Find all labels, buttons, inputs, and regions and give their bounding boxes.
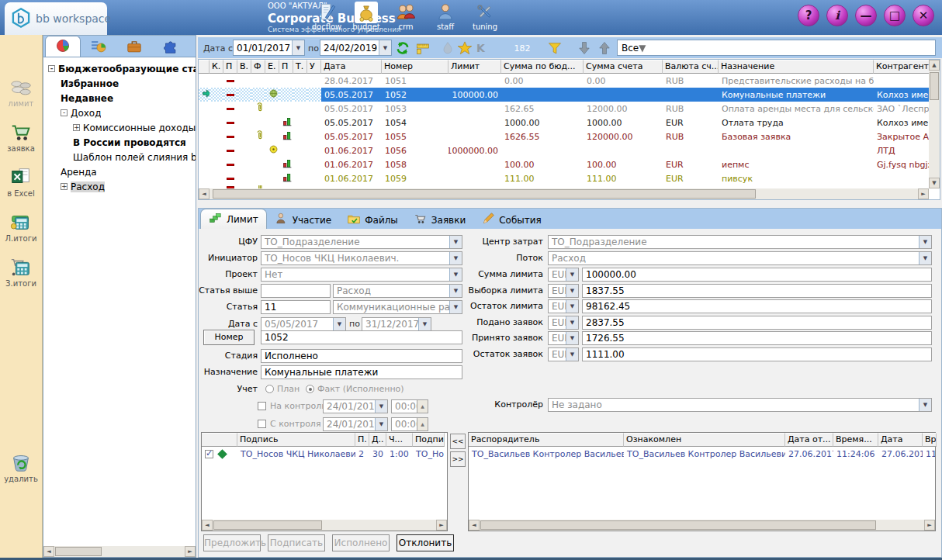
tree-item[interactable]: Шаблон полей слияния bb bbox=[43, 150, 196, 164]
grid-row[interactable]: 28.04.201710510.000.00RUBПредставительск… bbox=[199, 74, 940, 88]
requests-submitted-field[interactable]: 2837.55 bbox=[582, 316, 932, 330]
sidebar-item-6[interactable]: удалить bbox=[4, 451, 38, 483]
refresh-icon[interactable] bbox=[395, 40, 410, 58]
limit-rest-currency-select[interactable]: EUR▼ bbox=[548, 299, 579, 313]
grid-col-Контрагент[interactable]: Контрагент bbox=[874, 60, 930, 74]
scroll-track[interactable] bbox=[480, 520, 924, 531]
tree-tab-3[interactable] bbox=[116, 38, 152, 57]
tree-item[interactable]: В России проводятся bbox=[43, 135, 196, 150]
signatures-col-Подпис[interactable]: Подпис bbox=[413, 433, 445, 447]
signature-row[interactable]: ТО_Носов ЧКЦ Николаевич2301:00ТО_Но bbox=[202, 447, 447, 461]
project-select[interactable]: Нет▼ bbox=[261, 268, 462, 282]
requests-rest-field[interactable]: 1111.00 bbox=[582, 347, 932, 361]
expand-icon[interactable]: + bbox=[61, 183, 68, 190]
from-control-date-select[interactable]: 24/01/2019▼ bbox=[323, 417, 388, 431]
scroll-right-button[interactable] bbox=[924, 520, 935, 531]
signatures-col-П.[interactable]: П. bbox=[355, 433, 369, 447]
limit-rest-field[interactable]: 98162.45 bbox=[582, 299, 932, 313]
approval-row[interactable]: ТО_Васильев Контролер ВасильевичТО_Васил… bbox=[469, 447, 935, 461]
article-above-select[interactable]: Расход▼ bbox=[333, 284, 462, 298]
move-left-button[interactable]: << bbox=[450, 434, 466, 449]
scroll-up-button[interactable] bbox=[929, 60, 940, 71]
date-to-select[interactable]: 24/02/2019▼ bbox=[320, 40, 392, 56]
sidebar-item-3[interactable]: в Excel bbox=[7, 165, 35, 198]
on-control-checkbox[interactable] bbox=[258, 402, 266, 410]
grid-hscrollbar[interactable] bbox=[199, 188, 929, 199]
initiator-select[interactable]: ТО_Носов ЧКЦ Николаевич.▼ bbox=[261, 251, 462, 265]
requests-accepted-currency-select[interactable]: EUR▼ bbox=[548, 331, 579, 345]
grid-row[interactable]: 05.05.201710551626.55120000.00RUBБазовая… bbox=[199, 130, 940, 143]
stage-field[interactable]: Исполнено bbox=[261, 349, 462, 363]
scroll-track[interactable] bbox=[213, 520, 436, 531]
close-button[interactable]: ✕ bbox=[913, 5, 934, 26]
scroll-right-button[interactable] bbox=[185, 546, 196, 557]
chevron-down-icon[interactable]: ▼ bbox=[379, 40, 391, 55]
tree-item[interactable]: +Комиссионные доходы bbox=[43, 120, 196, 135]
tab-Файлы[interactable]: Файлы bbox=[339, 211, 406, 229]
grid-col-Дата[interactable]: Дата bbox=[321, 60, 382, 74]
tree-tab-2[interactable] bbox=[81, 38, 116, 57]
grid-row[interactable]: 05.05.20171052100000.00Комунальные плате… bbox=[199, 88, 940, 102]
tree-hscrollbar[interactable] bbox=[43, 546, 196, 557]
grid-col-П[interactable]: П bbox=[279, 60, 293, 74]
purpose-field[interactable]: Комунальные платежи bbox=[261, 365, 462, 379]
signed-checkbox[interactable] bbox=[205, 450, 213, 458]
grid-col-Сумма по бюд...[interactable]: Сумма по бюд... bbox=[501, 60, 584, 74]
signatures-hscrollbar[interactable] bbox=[202, 520, 447, 531]
action-button-4[interactable]: Отклонить bbox=[397, 534, 454, 551]
tree-tab-4[interactable] bbox=[152, 38, 188, 57]
grid-col-В.[interactable]: В. bbox=[237, 60, 251, 74]
tree-item[interactable]: Избранное bbox=[43, 76, 196, 91]
tab-Участие[interactable]: Участие bbox=[267, 211, 340, 229]
scroll-left-button[interactable] bbox=[469, 520, 480, 531]
cost-center-select[interactable]: ТО_Подразделение▼ bbox=[548, 235, 932, 249]
approvals-col-Распорядитель[interactable]: Распорядитель bbox=[469, 433, 624, 447]
from-control-time-field[interactable]: 00:00▲▼ bbox=[391, 417, 428, 431]
approvals-col-Вр[interactable]: Вр bbox=[923, 433, 937, 447]
grid-col-Лимит[interactable]: Лимит bbox=[448, 60, 501, 74]
grid-col-У[interactable]: У bbox=[307, 60, 321, 74]
grid-col-Ф[interactable]: Ф bbox=[251, 60, 265, 74]
tab-События[interactable]: События bbox=[473, 211, 549, 229]
signatures-col-Подпись[interactable]: Подпись bbox=[237, 433, 355, 447]
signatures-col-Д..[interactable]: Д.. bbox=[369, 433, 386, 447]
module-crm[interactable]: crm bbox=[388, 2, 424, 31]
arrow-down-icon[interactable] bbox=[577, 40, 592, 58]
info-button[interactable]: i bbox=[826, 5, 848, 26]
scroll-track[interactable] bbox=[210, 188, 918, 199]
requests-submitted-currency-select[interactable]: EUR▼ bbox=[548, 316, 579, 330]
sidebar-item-4[interactable]: Л.итоги bbox=[5, 210, 37, 243]
collapse-icon[interactable]: - bbox=[48, 65, 55, 72]
grid-col-Назначение[interactable]: Назначение bbox=[719, 60, 874, 74]
grid-vscrollbar[interactable] bbox=[929, 60, 940, 188]
tree-item[interactable]: Аренда bbox=[43, 164, 196, 179]
on-control-date-select[interactable]: 24/01/2019▼ bbox=[323, 399, 388, 413]
arrow-up-icon[interactable] bbox=[597, 40, 612, 58]
grid-col-Валюта сч...[interactable]: Валюта сч... bbox=[663, 60, 719, 74]
k-icon[interactable]: K bbox=[476, 42, 485, 54]
grid-col-К.[interactable]: К. bbox=[210, 60, 223, 74]
period-from-select[interactable]: 05/05/2017▼ bbox=[261, 317, 346, 331]
scroll-left-button[interactable] bbox=[202, 520, 213, 531]
action-button-3[interactable]: Исполнено bbox=[332, 534, 390, 551]
action-button-1[interactable]: Предложить bbox=[203, 534, 261, 551]
approvals-col-Ознакомлен[interactable]: Ознакомлен bbox=[624, 433, 785, 447]
minimize-button[interactable]: — bbox=[855, 5, 877, 26]
grid-col-Е.[interactable]: Е. bbox=[265, 60, 279, 74]
grid-row[interactable]: 05.05.201710541000.001000.00EURОтлата тр… bbox=[199, 116, 940, 130]
move-right-button[interactable]: >> bbox=[450, 451, 466, 467]
module-budget[interactable]: budget bbox=[348, 2, 384, 31]
grid-col-П[interactable]: П bbox=[223, 60, 237, 74]
approvals-col-Время...[interactable]: Время... bbox=[833, 433, 878, 447]
time-spinner[interactable]: ▲▼ bbox=[417, 400, 428, 413]
sidebar-item-1[interactable]: лимит bbox=[8, 75, 34, 108]
grid-col-indicator[interactable] bbox=[199, 60, 210, 74]
cfu-select[interactable]: ТО_Подразделение▼ bbox=[261, 235, 462, 249]
article-name-select[interactable]: Коммуникационные расходы▼ bbox=[333, 300, 462, 314]
tab-Лимит[interactable]: Лимит bbox=[200, 209, 267, 229]
from-control-checkbox[interactable] bbox=[258, 420, 266, 428]
action-button-2[interactable]: Подписать bbox=[268, 534, 325, 551]
scroll-thumb[interactable] bbox=[213, 189, 756, 199]
scope-select[interactable]: Все▼ bbox=[617, 40, 936, 56]
approvals-col-Дата от...[interactable]: Дата от... bbox=[785, 433, 833, 447]
